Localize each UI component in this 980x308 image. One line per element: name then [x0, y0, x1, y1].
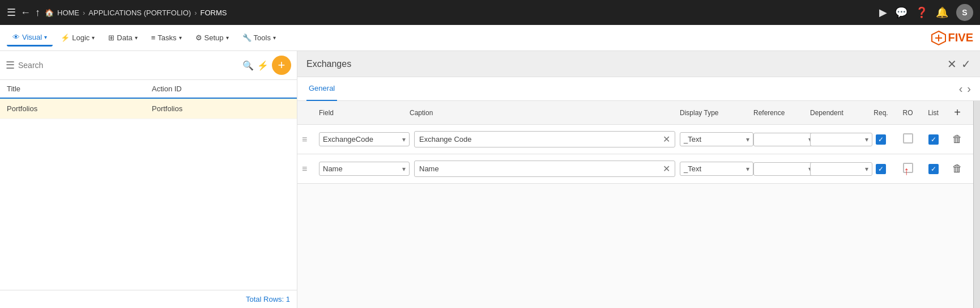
caption-field-1[interactable] [419, 135, 663, 144]
toolbar-item-tools[interactable]: 🔧 Tools ▾ [237, 30, 282, 45]
caption-cell-1: ✕ [410, 131, 680, 147]
tools-caret-icon: ▾ [273, 35, 276, 41]
display-cell-2: _Text ▾ [680, 162, 753, 176]
toolbar-tasks-label: Tasks [157, 33, 176, 42]
display-dropdown-2[interactable]: _Text ▾ [680, 162, 753, 176]
ref-dropdown-2[interactable]: ▾ [753, 162, 816, 176]
th-field: Field [319, 109, 410, 117]
panel-content: Field Caption Display Type Reference Dep… [297, 101, 980, 308]
toolbar-item-logic[interactable]: ⚡ Logic ▾ [55, 30, 100, 45]
ref-dropdown-1[interactable]: ▾ [753, 133, 816, 146]
help-icon[interactable]: ❓ [915, 6, 928, 19]
ro-cell-2 [895, 163, 921, 175]
column-headers: Title Action ID [0, 80, 297, 99]
panel-tabs: General ‹ › [297, 77, 980, 101]
hamburger-icon[interactable]: ☰ [7, 6, 16, 19]
display-caret-1: ▾ [746, 136, 749, 144]
caption-clear-1[interactable]: ✕ [663, 134, 670, 145]
toolbar-item-data[interactable]: ⊞ Data ▾ [103, 30, 143, 45]
add-button[interactable]: + [272, 56, 291, 75]
drag-handle-2[interactable]: ≡ [302, 164, 319, 174]
panel-confirm-button[interactable]: ✓ [961, 57, 971, 71]
up-icon[interactable]: ↑ [35, 7, 40, 19]
th-ro: RO [895, 109, 921, 117]
th-dependent: Dependent [810, 109, 867, 117]
logic-caret-icon: ▾ [92, 35, 95, 41]
total-rows-label: Total Rows: [246, 295, 286, 303]
total-rows: Total Rows: 1 [0, 290, 297, 308]
breadcrumb: 🏠 HOME › APPLICATIONS (PORTFOLIO) › FORM… [45, 9, 227, 17]
display-value-1: _Text [684, 135, 701, 144]
ro-checkbox-1[interactable] [903, 133, 913, 144]
logic-icon: ⚡ [61, 33, 70, 42]
list-item-action-id: Portfolios [145, 104, 290, 113]
toolbar-item-tasks[interactable]: ≡ Tasks ▾ [146, 30, 188, 45]
data-caret-icon: ▾ [135, 35, 138, 41]
caption-input-1: ✕ [414, 131, 675, 147]
display-cell-1: _Text ▾ [680, 132, 753, 146]
panel-nav-next[interactable]: › [967, 82, 971, 95]
delete-button-2[interactable]: 🗑 [952, 163, 962, 175]
notification-icon[interactable]: 🔔 [936, 6, 948, 19]
eye-icon: 👁 [12, 33, 20, 41]
req-cell-2 [867, 163, 895, 174]
list-checkbox-1[interactable] [928, 134, 939, 145]
delete-button-1[interactable]: 🗑 [952, 133, 962, 145]
list-checkbox-2[interactable] [928, 164, 939, 174]
home-icon: 🏠 [45, 9, 54, 17]
breadcrumb-applications[interactable]: APPLICATIONS (PORTFOLIO) [88, 9, 191, 17]
dep-dropdown-1[interactable]: ▾ [810, 133, 872, 146]
breadcrumb-forms[interactable]: FORMS [201, 9, 227, 17]
data-icon: ⊞ [108, 33, 114, 42]
table-header: Field Caption Display Type Reference Dep… [297, 101, 973, 125]
search-icon[interactable]: 🔍 [242, 60, 254, 71]
ro-checkbox-2[interactable] [903, 163, 913, 173]
table-row: ≡ Name ▾ ✕ [297, 154, 973, 184]
toolbar-visual-label: Visual [22, 33, 42, 41]
drag-handle-1[interactable]: ≡ [302, 134, 319, 145]
panel-title: Exchanges [306, 59, 943, 69]
reference-cell-2: ▾ [753, 162, 810, 176]
add-row-button[interactable]: + [954, 106, 961, 119]
field-dropdown-1[interactable]: ExchangeCode ▾ [319, 132, 410, 146]
exchange-table: Field Caption Display Type Reference Dep… [297, 101, 973, 308]
req-checkbox-2[interactable] [876, 164, 886, 174]
five-logo: FIVE [931, 30, 973, 46]
toolbar-tools-label: Tools [254, 33, 271, 42]
req-checkbox-1[interactable] [876, 134, 886, 145]
play-icon[interactable]: ▶ [879, 6, 887, 19]
search-input[interactable] [18, 61, 239, 70]
avatar[interactable]: S [956, 4, 973, 21]
flash-icon[interactable]: ⚡ [257, 60, 269, 71]
panel-close-button[interactable]: ✕ [947, 57, 957, 71]
th-list: List [921, 109, 946, 117]
field-caret-1: ▾ [402, 136, 406, 144]
search-bar: ☰ 🔍 ⚡ + [0, 51, 297, 80]
five-logo-text: FIVE [948, 31, 973, 44]
th-caption: Caption [410, 109, 680, 117]
breadcrumb-home[interactable]: HOME [57, 9, 79, 17]
caption-clear-2[interactable]: ✕ [663, 163, 670, 174]
tasks-icon: ≡ [151, 33, 156, 42]
caption-field-2[interactable] [419, 164, 663, 173]
top-bar: ☰ ← ↑ 🏠 HOME › APPLICATIONS (PORTFOLIO) … [0, 0, 980, 25]
chat-icon[interactable]: 💬 [895, 6, 907, 19]
caption-input-2: ✕ [414, 161, 675, 177]
toolbar-setup-label: Setup [204, 33, 224, 42]
field-dropdown-2[interactable]: Name ▾ [319, 162, 410, 176]
display-dropdown-1[interactable]: _Text ▾ [680, 132, 753, 146]
dep-dropdown-2[interactable]: ▾ [810, 162, 872, 176]
scrollbar[interactable] [973, 101, 980, 308]
filter-icon[interactable]: ☰ [6, 59, 15, 71]
list-item[interactable]: Portfolios Portfolios [0, 99, 297, 119]
breadcrumb-sep-1: › [83, 9, 85, 17]
back-icon[interactable]: ← [20, 7, 31, 19]
table-row: ≡ ExchangeCode ▾ ✕ [297, 125, 973, 154]
toolbar-item-setup[interactable]: ⚙ Setup ▾ [190, 30, 235, 45]
gear-icon: ⚙ [195, 33, 202, 42]
th-add: + [946, 106, 969, 119]
toolbar-item-visual[interactable]: 👁 Visual ▾ [7, 29, 53, 47]
tab-general[interactable]: General [306, 77, 337, 101]
panel-nav-prev[interactable]: ‹ [959, 82, 963, 95]
five-logo-icon [931, 30, 947, 46]
